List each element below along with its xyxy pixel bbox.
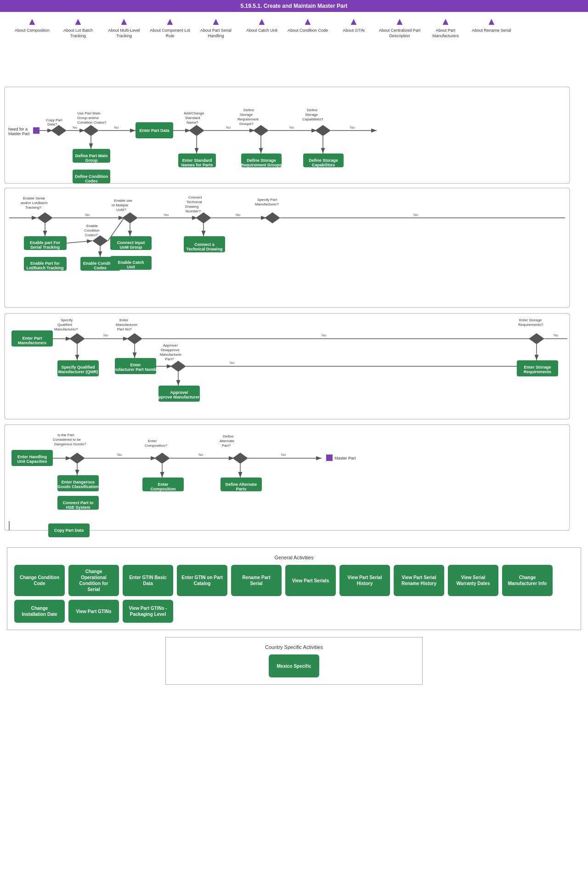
svg-text:Name?: Name?	[187, 120, 198, 125]
svg-text:Is the Part: Is the Part	[57, 433, 74, 437]
icon-item-about-gtin[interactable]: ▲ About GTIN	[331, 17, 377, 34]
activity-box[interactable]: View Part GTINs	[68, 600, 119, 623]
activity-box[interactable]: Change Installation Date	[14, 600, 65, 623]
svg-text:Master Part: Master Part	[334, 456, 356, 461]
pin-icon-about-lot-batch-tracking: ▲	[73, 17, 83, 27]
svg-text:Master Part: Master Part	[8, 131, 30, 136]
svg-text:Connect Part to: Connect Part to	[62, 500, 94, 505]
icon-item-about-part-manufacturers[interactable]: ▲ About Part Manufacturers	[423, 17, 469, 39]
svg-rect-1	[5, 87, 570, 183]
svg-text:No: No	[350, 125, 355, 130]
activity-box[interactable]: View Part GTINs - Packaging Level	[123, 600, 173, 623]
svg-text:Specify Part: Specify Part	[257, 198, 277, 202]
activity-box[interactable]: Enter GTIN Basic Data	[123, 565, 173, 596]
icon-item-about-composition[interactable]: ▲ About Composition	[9, 17, 55, 34]
svg-text:Alternate: Alternate	[220, 439, 235, 443]
svg-text:HSE System: HSE System	[66, 505, 90, 510]
activity-box[interactable]: View Part Serial Rename History	[394, 565, 444, 596]
svg-text:Drawing: Drawing	[185, 205, 198, 209]
icon-label-about-condition-code: About Condition Code	[288, 28, 328, 34]
svg-text:Part No?: Part No?	[117, 327, 132, 331]
svg-text:Codes: Codes	[94, 266, 107, 270]
svg-text:Unit Capacities: Unit Capacities	[17, 459, 47, 464]
country-activity-box[interactable]: Mexico Specific	[269, 654, 319, 677]
svg-text:Names for Parts: Names for Parts	[181, 163, 213, 167]
general-activities-section: General Activities Change Condition Code…	[7, 547, 581, 630]
svg-text:Enable part For: Enable part For	[30, 240, 61, 245]
svg-text:Requirements?: Requirements?	[518, 323, 543, 327]
svg-text:Standard: Standard	[185, 116, 200, 120]
svg-text:Specify: Specify	[61, 318, 73, 322]
svg-text:Technical Drawing: Technical Drawing	[187, 247, 223, 251]
svg-text:Copy Part: Copy Part	[46, 118, 62, 122]
svg-text:Enter Dangerous: Enter Dangerous	[62, 480, 95, 484]
activity-box[interactable]: Change Manufacturer Info	[502, 565, 553, 596]
icon-label-about-gtin: About GTIN	[343, 28, 365, 34]
country-activities-title: Country Specific Activities	[173, 644, 415, 650]
svg-text:Composition?: Composition?	[145, 444, 167, 448]
svg-text:Storage: Storage	[305, 113, 318, 117]
activities-grid: Change Condition CodeChange Operational …	[14, 565, 574, 623]
main-diagram: Need for a Master Part Copy Part Data? N…	[0, 43, 588, 540]
svg-text:No: No	[236, 213, 241, 217]
svg-text:Requirement: Requirement	[237, 117, 259, 121]
activity-box[interactable]: Rename Part Serial	[231, 565, 282, 596]
icon-item-about-condition-code[interactable]: ▲ About Condition Code	[285, 17, 331, 34]
svg-text:Enter Standard: Enter Standard	[182, 158, 212, 163]
svg-text:Enter: Enter	[119, 318, 128, 322]
svg-text:Define: Define	[307, 108, 318, 112]
pin-icon-about-component-lot-rule: ▲	[165, 17, 175, 27]
icon-item-about-lot-batch-tracking[interactable]: ▲ About Lot Batch Tracking	[55, 17, 101, 39]
svg-text:Enter Part Data: Enter Part Data	[139, 128, 170, 133]
svg-text:No: No	[164, 213, 169, 217]
svg-text:No: No	[289, 125, 294, 130]
svg-text:No: No	[281, 453, 286, 457]
svg-text:Codes?: Codes?	[85, 233, 98, 237]
svg-text:Define Condition: Define Condition	[75, 174, 108, 179]
svg-text:No: No	[85, 213, 90, 217]
svg-text:Tracking?: Tracking?	[25, 205, 41, 210]
svg-text:Composition: Composition	[151, 487, 176, 491]
icon-item-about-multi-level-tracking[interactable]: ▲ About Multi-Level Tracking	[101, 17, 147, 39]
icon-label-about-centralized-part-description: About Centralized Part Description	[377, 28, 423, 39]
svg-text:No: No	[117, 453, 122, 457]
icon-item-about-rename-serial[interactable]: ▲ About Rename Serial	[469, 17, 514, 34]
icon-item-about-part-serial-handling[interactable]: ▲ About Part Serial Handling	[193, 17, 239, 39]
svg-text:Disapprove: Disapprove	[161, 348, 180, 352]
svg-text:Requirements: Requirements	[524, 370, 551, 374]
svg-text:Lot/Batch Tracking: Lot/Batch Tracking	[26, 266, 63, 270]
svg-text:Enter: Enter	[148, 439, 157, 443]
page-header: 5.19.5.1. Create and Maintain Master Par…	[0, 0, 588, 12]
svg-text:No: No	[114, 125, 119, 130]
svg-text:Condition: Condition	[84, 228, 100, 233]
icon-item-about-component-lot-rule[interactable]: ▲ About Component Lot Rule	[147, 17, 193, 39]
svg-text:Use Part Main: Use Part Main	[77, 111, 101, 115]
country-section: Country Specific Activities Mexico Speci…	[165, 637, 423, 685]
svg-text:Storage: Storage	[240, 113, 253, 117]
svg-text:Parts: Parts	[236, 487, 247, 491]
icon-label-about-multi-level-tracking: About Multi-Level Tracking	[101, 28, 147, 39]
activity-box[interactable]: View Part Serial History	[339, 565, 390, 596]
svg-text:Manufacturer: Manufacturer	[116, 323, 137, 327]
svg-text:Unit: Unit	[127, 265, 135, 269]
icon-item-about-catch-unit[interactable]: ▲ About Catch Unit	[239, 17, 285, 34]
icon-item-about-centralized-part-description[interactable]: ▲ About Centralized Part Description	[377, 17, 423, 39]
activity-box[interactable]: Enter GTIN on Part Catalog	[177, 565, 227, 596]
activity-box[interactable]: Change Operational Condition for Serial	[68, 565, 119, 596]
activity-box[interactable]: Change Condition Code	[14, 565, 65, 596]
svg-text:Group: Group	[85, 158, 98, 163]
page-container: 5.19.5.1. Create and Maintain Master Par…	[0, 0, 588, 887]
activity-box[interactable]: View Serial Warranty Dates	[448, 565, 498, 596]
svg-text:Codes: Codes	[85, 179, 98, 183]
svg-text:Enable Catch: Enable Catch	[118, 260, 144, 265]
country-activities-grid: Mexico Specific	[173, 654, 415, 677]
page-title: 5.19.5.1. Create and Maintain Master Par…	[241, 3, 348, 9]
svg-text:Manufacturer Part Numbers: Manufacturer Part Numbers	[108, 367, 163, 372]
svg-text:Define: Define	[243, 108, 254, 112]
svg-text:Manufacturer (QMR): Manufacturer (QMR)	[58, 370, 98, 374]
svg-rect-4	[33, 127, 40, 134]
svg-text:Manufacturer?: Manufacturer?	[54, 327, 78, 331]
activity-box[interactable]: View Part Serials	[285, 565, 336, 596]
svg-text:Approve/: Approve/	[163, 343, 178, 347]
svg-text:Add/Change: Add/Change	[184, 111, 204, 115]
